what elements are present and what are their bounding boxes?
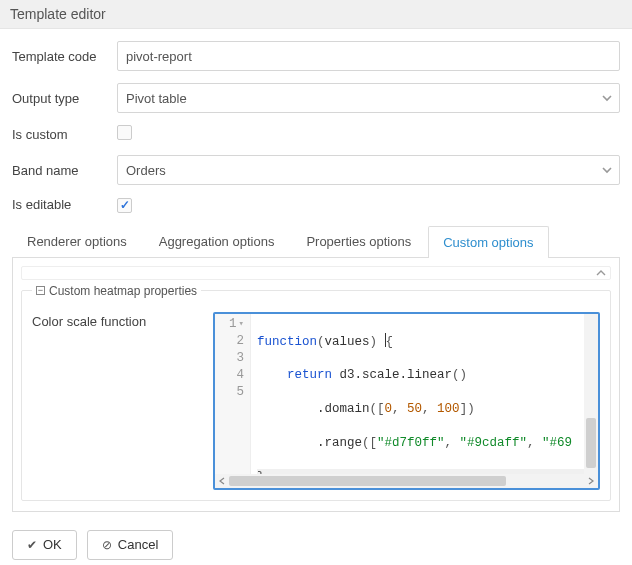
chevron-up-icon (596, 268, 606, 278)
custom-heatmap-legend: − Custom heatmap properties (32, 284, 201, 298)
code-editor[interactable]: 1▾ 2 3 4 5 function(values) { return d3.… (213, 312, 600, 490)
chevron-down-icon (601, 164, 613, 176)
options-tabs: Renderer options Aggregation options Pro… (12, 225, 620, 258)
is-custom-label: Is custom (12, 127, 117, 142)
scroll-right-icon[interactable] (584, 474, 598, 488)
editor-vertical-scrollbar[interactable] (584, 314, 598, 474)
collapse-icon[interactable]: − (36, 286, 45, 295)
band-name-dropdown-trigger[interactable] (598, 161, 616, 179)
tab-properties-options[interactable]: Properties options (291, 225, 426, 257)
code-gutter: 1▾ 2 3 4 5 (215, 314, 251, 474)
tab-panel-custom-options: − Custom heatmap properties Color scale … (12, 258, 620, 512)
template-code-label: Template code (12, 49, 117, 64)
cancel-button[interactable]: ⊘ Cancel (87, 530, 173, 560)
ok-button[interactable]: ✔ OK (12, 530, 77, 560)
form-body: Template code Output type Is custom Band… (0, 29, 632, 520)
chevron-down-icon (601, 92, 613, 104)
tab-aggregation-options[interactable]: Aggregation options (144, 225, 290, 257)
cancel-button-label: Cancel (118, 537, 158, 552)
band-name-label: Band name (12, 163, 117, 178)
output-type-dropdown-trigger[interactable] (598, 89, 616, 107)
output-type-select[interactable] (117, 83, 620, 113)
custom-heatmap-legend-text: Custom heatmap properties (49, 284, 197, 298)
dialog-buttons: ✔ OK ⊘ Cancel (0, 520, 632, 566)
panel-scroll-up[interactable] (21, 266, 611, 280)
editor-horizontal-scrollbar[interactable] (215, 474, 598, 488)
output-type-label: Output type (12, 91, 117, 106)
custom-heatmap-fieldset: − Custom heatmap properties Color scale … (21, 284, 611, 501)
scroll-left-icon[interactable] (215, 474, 229, 488)
tab-renderer-options[interactable]: Renderer options (12, 225, 142, 257)
code-area[interactable]: function(values) { return d3.scale.linea… (251, 314, 598, 474)
template-code-input[interactable] (117, 41, 620, 71)
is-editable-checkbox[interactable] (117, 198, 132, 213)
is-editable-label: Is editable (12, 197, 117, 212)
check-icon: ✔ (27, 538, 37, 552)
ok-button-label: OK (43, 537, 62, 552)
tab-custom-options[interactable]: Custom options (428, 226, 548, 258)
band-name-select[interactable] (117, 155, 620, 185)
window-title: Template editor (0, 0, 632, 29)
cancel-icon: ⊘ (102, 538, 112, 552)
color-scale-function-label: Color scale function (32, 312, 207, 490)
is-custom-checkbox[interactable] (117, 125, 132, 140)
